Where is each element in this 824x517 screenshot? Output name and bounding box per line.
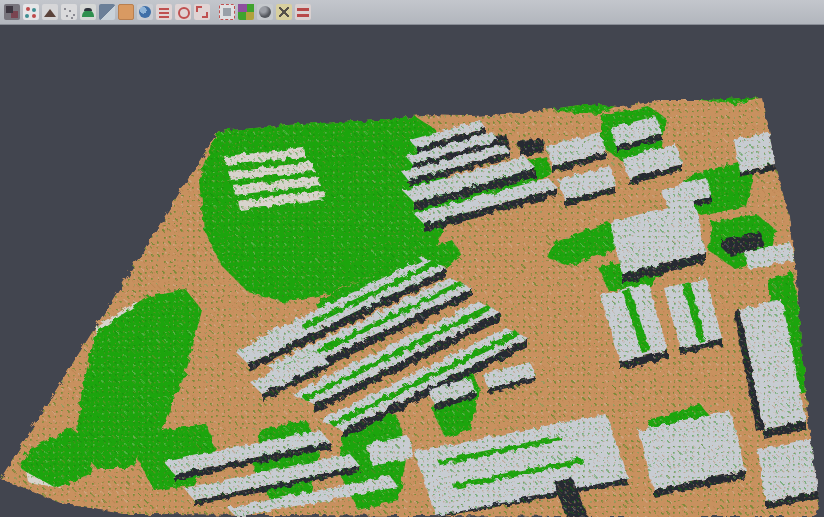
ortho-tile-icon[interactable] bbox=[118, 4, 134, 20]
target-icon[interactable] bbox=[175, 4, 191, 20]
select-region-icon[interactable] bbox=[194, 4, 210, 20]
globe-icon[interactable] bbox=[137, 4, 153, 20]
3d-viewport[interactable] bbox=[0, 25, 824, 517]
classify-colors-icon[interactable] bbox=[238, 4, 254, 20]
cross-section-icon[interactable] bbox=[99, 4, 115, 20]
measure-tool-icon[interactable] bbox=[276, 4, 292, 20]
mesh-dark-icon[interactable] bbox=[4, 4, 20, 20]
report-list-icon[interactable] bbox=[156, 4, 172, 20]
toolbar-separator bbox=[211, 4, 217, 20]
sparse-points-icon[interactable] bbox=[61, 4, 77, 20]
registration-points-icon[interactable] bbox=[23, 4, 39, 20]
terrain-model-icon[interactable] bbox=[42, 4, 58, 20]
render-sphere-icon[interactable] bbox=[257, 4, 273, 20]
profile-lines-icon[interactable] bbox=[295, 4, 311, 20]
scene-svg bbox=[0, 25, 824, 517]
main-toolbar bbox=[0, 0, 824, 25]
clip-box-icon[interactable] bbox=[219, 4, 235, 20]
vegetation-class-icon[interactable] bbox=[80, 4, 96, 20]
application-window bbox=[0, 0, 824, 517]
